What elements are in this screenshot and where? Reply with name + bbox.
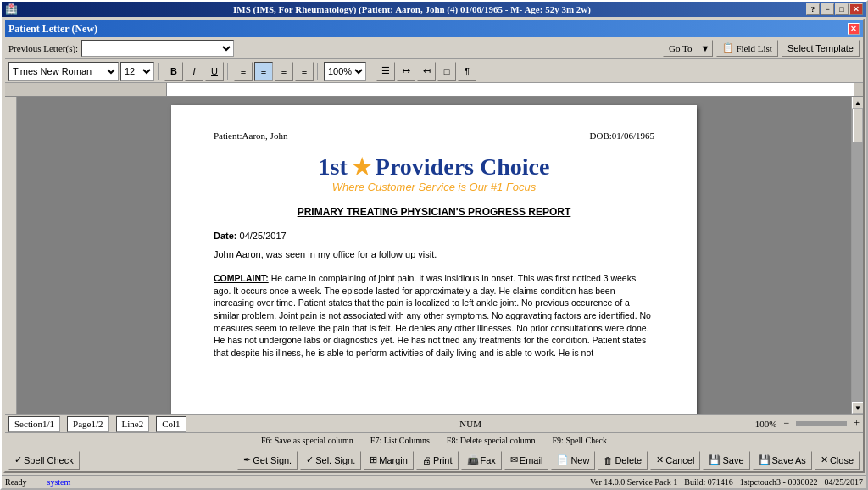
status-left: Ready system xyxy=(5,477,70,487)
email-icon: ✉ xyxy=(510,454,518,465)
scroll-thumb[interactable] xyxy=(853,109,863,142)
intro-line: John Aaron, was seen in my office for a … xyxy=(214,249,654,259)
ruler-inner xyxy=(166,83,854,96)
bottom-bar: ✓ Spell Check ✒ Get Sign. ✓ Sel. Sign. ⊞… xyxy=(5,448,863,471)
align-center-button[interactable]: ≡ xyxy=(254,62,273,81)
italic-button[interactable]: I xyxy=(185,62,203,81)
indent-button[interactable]: ↦ xyxy=(397,62,415,81)
complaint-text: He came in complaining of joint pain. It… xyxy=(214,273,651,358)
new-icon: 📄 xyxy=(557,454,569,465)
app-icon: 🏥 xyxy=(5,3,18,16)
scroll-up-button[interactable]: ▲ xyxy=(852,97,863,109)
separator-3 xyxy=(317,63,320,80)
margin-button[interactable]: ⊞ Margin xyxy=(364,451,414,470)
field-list-button[interactable]: 📋 Field List xyxy=(716,40,777,57)
list-button[interactable]: ☰ xyxy=(376,62,395,81)
zoom-plus[interactable]: + xyxy=(854,417,860,430)
spell-check-icon: ✓ xyxy=(14,454,22,465)
toolbar1: Previous Letter(s): Go To ▼ 📋 Field List… xyxy=(5,37,863,59)
line-status: Line2 xyxy=(116,416,150,432)
get-sign-button[interactable]: ✒ Get Sign. xyxy=(237,451,298,470)
inner-title: Patient Letter (New) xyxy=(8,23,97,36)
logo-1st: 1st xyxy=(319,153,348,181)
build-text: Build: 071416 xyxy=(684,477,733,487)
section-status: Section1/1 xyxy=(8,416,60,432)
patient-name: Patient:Aaron, John xyxy=(214,131,287,141)
date-value: 04/25/2017 xyxy=(240,231,287,241)
inner-titlebar: Patient Letter (New) ✕ xyxy=(5,20,863,37)
page-area[interactable]: Patient:Aaron, John DOB:01/06/1965 1st ★… xyxy=(17,97,851,414)
touch-text: 1stpctouch3 - 0030022 xyxy=(740,477,818,487)
ready-label: Ready xyxy=(5,477,27,487)
inner-close-button[interactable]: ✕ xyxy=(848,23,860,35)
border-button[interactable]: □ xyxy=(437,62,456,81)
version-text: Ver 14.0.0 Service Pack 1 xyxy=(590,477,677,487)
separator-2 xyxy=(227,63,231,80)
inner-window: Patient Letter (New) ✕ Previous Letter(s… xyxy=(3,19,865,473)
logo-section: 1st ★ Providers Choice Where Customer Se… xyxy=(214,153,654,193)
fax-icon: 📠 xyxy=(467,454,479,465)
cancel-button[interactable]: ✕ Cancel xyxy=(650,451,700,470)
right-scrollbar[interactable]: ▲ ▼ xyxy=(851,97,863,414)
save-icon: 💾 xyxy=(709,454,721,465)
select-template-button[interactable]: Select Template xyxy=(782,40,860,57)
page-status: Page1/2 xyxy=(67,416,108,432)
logo-name: 1st ★ Providers Choice xyxy=(214,153,654,181)
save-as-button[interactable]: 💾 Save As xyxy=(753,451,812,470)
date-text: 04/25/2017 xyxy=(824,477,863,487)
logo-star-icon: ★ xyxy=(352,154,371,181)
status-bar: Section1/1 Page1/2 Line2 Col1 NUM 100% −… xyxy=(5,414,863,432)
complaint-section: COMPLAINT: He came in complaining of joi… xyxy=(214,272,654,359)
new-button[interactable]: 📄 New xyxy=(551,451,595,470)
font-size-select[interactable]: 12 xyxy=(120,62,154,81)
ruler xyxy=(5,83,863,97)
save-button[interactable]: 💾 Save xyxy=(703,451,749,470)
justify-button[interactable]: ≡ xyxy=(295,62,314,81)
zoom-slider[interactable] xyxy=(796,421,847,426)
font-family-select[interactable]: Times New Roman xyxy=(8,62,119,81)
print-button[interactable]: 🖨 Print xyxy=(416,451,459,470)
close-window-button[interactable]: ✕ xyxy=(849,3,863,15)
email-button[interactable]: ✉ Email xyxy=(504,451,549,470)
logo-providers: Providers Choice xyxy=(376,153,550,181)
pilcrow-button[interactable]: ¶ xyxy=(458,62,476,81)
spell-check-button[interactable]: ✓ Spell Check xyxy=(8,451,80,470)
check-icon: ✓ xyxy=(306,454,314,465)
align-left-button[interactable]: ≡ xyxy=(234,62,253,81)
pen-icon: ✒ xyxy=(243,454,251,465)
patient-header: Patient:Aaron, John DOB:01/06/1965 xyxy=(214,131,654,141)
system-label: system xyxy=(47,477,71,487)
delete-button[interactable]: 🗑 Delete xyxy=(598,451,648,470)
sel-sign-button[interactable]: ✓ Sel. Sign. xyxy=(300,451,361,470)
underline-button[interactable]: U xyxy=(205,62,224,81)
close-button[interactable]: ✕ Close xyxy=(815,451,860,470)
previous-letters-dropdown[interactable] xyxy=(81,40,234,57)
zoom-select[interactable]: 100% xyxy=(324,62,366,81)
align-right-button[interactable]: ≡ xyxy=(275,62,293,81)
fkey-bar: F6: Save as special column F7: List Colu… xyxy=(5,432,863,448)
report-title: PRIMARY TREATING PHYSICIAN'S PROGRESS RE… xyxy=(214,206,654,218)
formatting-toolbar: Times New Roman 12 B I U ≡ ≡ ≡ ≡ 100% ☰ … xyxy=(5,59,863,83)
scroll-down-button[interactable]: ▼ xyxy=(852,402,863,414)
minimize-button[interactable]: − xyxy=(821,3,834,15)
bold-button[interactable]: B xyxy=(164,62,183,81)
goto-button[interactable]: Go To ▼ xyxy=(663,40,713,57)
zoom-minus[interactable]: − xyxy=(783,417,789,430)
logo-tagline: Where Customer Service is Our #1 Focus xyxy=(214,181,654,193)
num-status: NUM xyxy=(456,419,485,429)
document-page[interactable]: Patient:Aaron, John DOB:01/06/1965 1st ★… xyxy=(171,105,697,414)
zoom-status: 100% xyxy=(755,419,777,429)
field-list-icon: 📋 xyxy=(722,42,734,53)
window-controls: ? − □ ✕ xyxy=(806,3,863,15)
restore-button[interactable]: □ xyxy=(835,3,849,15)
close-icon: ✕ xyxy=(821,454,828,465)
bottom-status: Ready system Ver 14.0.0 Service Pack 1 B… xyxy=(2,475,866,488)
left-scrollbar[interactable] xyxy=(5,97,17,414)
goto-arrow-icon: ▼ xyxy=(698,43,713,53)
f7-label: F7: List Columns xyxy=(370,436,430,445)
f8-label: F8: Delete special column xyxy=(447,436,536,445)
help-button[interactable]: ? xyxy=(806,3,820,15)
scroll-track xyxy=(852,109,863,402)
fax-button[interactable]: 📠 Fax xyxy=(461,451,502,470)
outdent-button[interactable]: ↤ xyxy=(417,62,436,81)
